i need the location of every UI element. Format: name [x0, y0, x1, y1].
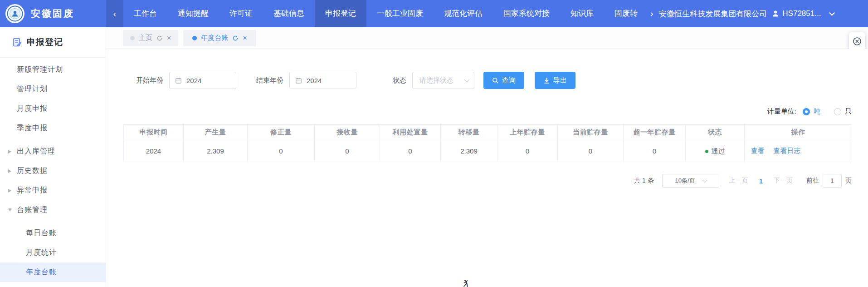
company-name[interactable]: 安徽恒生科技发展集团有限公司	[659, 9, 767, 19]
nav-item-declaration[interactable]: 申报登记	[315, 0, 366, 27]
chevron-down-icon	[464, 77, 469, 82]
cell-status: 通过	[686, 140, 745, 162]
sidebar-item-quarterly-declaration[interactable]: 季度申报	[0, 119, 106, 138]
sidebar-group-ledger-management[interactable]: 台账管理	[0, 200, 106, 220]
view-log-link[interactable]: 查看日志	[773, 147, 800, 154]
sidebar-header: 申报登记	[0, 27, 106, 58]
app-logo-icon	[5, 4, 25, 24]
col-over-one-year-storage: 超一年贮存量	[624, 125, 686, 140]
tab-annual-ledger[interactable]: 年度台账 ×	[183, 30, 256, 46]
clipped-floating-widget: 犭	[463, 278, 473, 287]
caret-right-icon	[8, 150, 11, 153]
start-year-value: 2024	[186, 77, 201, 84]
end-year-input[interactable]: 2024	[289, 72, 356, 89]
navbar-user-area: 安徽恒生科技发展集团有限公司 HS72851...	[659, 9, 833, 19]
nav-scroll-left-button[interactable]: ‹	[106, 0, 123, 27]
tab-home[interactable]: 主页 ×	[123, 30, 178, 46]
user-menu[interactable]: HS72851...	[771, 9, 833, 18]
unit-radio-ton[interactable]: 吨	[803, 107, 820, 116]
close-icon[interactable]: ×	[167, 35, 171, 42]
nav-item-national-system[interactable]: 国家系统对接	[493, 0, 560, 27]
current-page[interactable]: 1	[759, 177, 763, 185]
status-dot-icon	[705, 150, 708, 153]
col-current-storage: 当前贮存量	[558, 125, 624, 140]
nav-scroll-right-button[interactable]: ›	[648, 0, 655, 27]
col-declaration-time: 申报时间	[124, 125, 184, 140]
nav-item-workbench[interactable]: 工作台	[123, 0, 167, 27]
app-title: 安徽固废	[31, 7, 74, 20]
col-status: 状态	[686, 125, 745, 140]
caret-right-icon	[8, 169, 11, 173]
nav-item-knowledge-base[interactable]: 知识库	[560, 0, 604, 27]
document-edit-icon	[12, 37, 22, 47]
radio-selected-icon	[803, 108, 810, 115]
table-row: 2024 2.309 0 0 0 2.309 0 0 0 通过	[124, 140, 852, 162]
refresh-icon[interactable]	[156, 35, 163, 41]
sidebar-item-monthly-declaration[interactable]: 月度申报	[0, 99, 106, 119]
col-utilized-disposed: 利用处置量	[380, 125, 441, 140]
goto-label: 前往	[806, 177, 819, 185]
col-generated: 产生量	[184, 125, 248, 140]
calendar-icon	[295, 77, 302, 84]
status-placeholder: 请选择状态	[419, 76, 454, 85]
next-page-button[interactable]: 下一页	[774, 177, 793, 185]
chevron-right-icon: ›	[650, 9, 653, 18]
page-size-select[interactable]: 10条/页	[662, 174, 719, 188]
sidebar-item-management-plan[interactable]: 管理计划	[0, 79, 106, 99]
nav-item-waste-transfer[interactable]: 固废转	[604, 0, 648, 27]
close-all-button[interactable]	[849, 32, 865, 51]
main-area: 主页 × 年度台账 × 开始年份	[106, 27, 868, 287]
goto-unit-label: 页	[845, 177, 852, 185]
sidebar-group-inout-warehouse[interactable]: 出入库管理	[0, 142, 106, 161]
user-icon	[771, 10, 780, 18]
sidebar-group-history-data[interactable]: 历史数据	[0, 161, 106, 181]
export-button[interactable]: 导出	[535, 72, 575, 89]
sidebar-group-abnormal-declaration[interactable]: 异常申报	[0, 181, 106, 200]
close-icon[interactable]: ×	[243, 35, 247, 42]
download-icon	[543, 77, 550, 84]
status-badge: 通过	[712, 147, 725, 156]
col-transferred: 转移量	[441, 125, 497, 140]
nav-item-general-industrial-waste[interactable]: 一般工业固废	[366, 0, 434, 27]
cell-received: 0	[315, 140, 380, 162]
prev-page-button[interactable]: 上一页	[729, 177, 748, 185]
calendar-icon	[175, 77, 182, 84]
main-nav: 工作台 通知提醒 许可证 基础信息 申报登记 一般工业固废 规范化评估 国家系统…	[123, 0, 648, 27]
unit-radio-piece[interactable]: 只	[834, 107, 852, 116]
chevron-down-icon	[702, 178, 707, 183]
unit-selector: 计量单位: 吨 只	[106, 107, 868, 116]
end-year-label: 结束年份	[256, 76, 283, 85]
col-actions: 操作	[745, 125, 852, 140]
tab-bar: 主页 × 年度台账 ×	[106, 27, 868, 49]
search-button[interactable]: 查询	[483, 72, 524, 89]
radio-unselected-icon	[834, 108, 841, 115]
sidebar-item-annual-ledger[interactable]: 年度台账	[0, 262, 106, 282]
status-label: 状态	[393, 76, 406, 85]
annual-ledger-table: 申报时间 产生量 修正量 接收量 利用处置量 转移量 上年贮存量 当前贮存量 超…	[123, 124, 852, 162]
filter-bar: 开始年份 2024 结束年份 2024	[106, 72, 868, 89]
table-header-row: 申报时间 产生量 修正量 接收量 利用处置量 转移量 上年贮存量 当前贮存量 超…	[124, 125, 852, 140]
start-year-label: 开始年份	[136, 76, 163, 85]
sidebar-item-new-management-plan[interactable]: 新版管理计划	[0, 60, 106, 79]
refresh-icon[interactable]	[232, 35, 239, 41]
nav-item-basic-info[interactable]: 基础信息	[263, 0, 315, 27]
sidebar-item-monthly-stats[interactable]: 月度统计	[0, 243, 106, 262]
col-corrected: 修正量	[248, 125, 315, 140]
sidebar: 申报登记 新版管理计划 管理计划 月度申报 季度申报 出入库管理 历史数据 异常…	[0, 27, 106, 287]
nav-item-notifications[interactable]: 通知提醒	[167, 0, 219, 27]
search-icon	[492, 77, 499, 84]
view-link[interactable]: 查看	[751, 147, 765, 154]
circle-x-icon	[853, 37, 862, 46]
sidebar-item-daily-ledger[interactable]: 每日台账	[0, 223, 106, 243]
start-year-input[interactable]: 2024	[169, 72, 236, 89]
col-received: 接收量	[315, 125, 380, 140]
caret-down-icon	[8, 208, 12, 212]
goto-page-input[interactable]: 1	[823, 174, 842, 188]
cell-declaration-time: 2024	[124, 140, 184, 162]
tab-dot-icon	[130, 36, 135, 40]
nav-item-license[interactable]: 许可证	[219, 0, 263, 27]
user-id: HS72851...	[782, 9, 821, 18]
status-select[interactable]: 请选择状态	[412, 72, 474, 89]
nav-item-standardized-assessment[interactable]: 规范化评估	[434, 0, 493, 27]
cell-transferred: 2.309	[441, 140, 497, 162]
